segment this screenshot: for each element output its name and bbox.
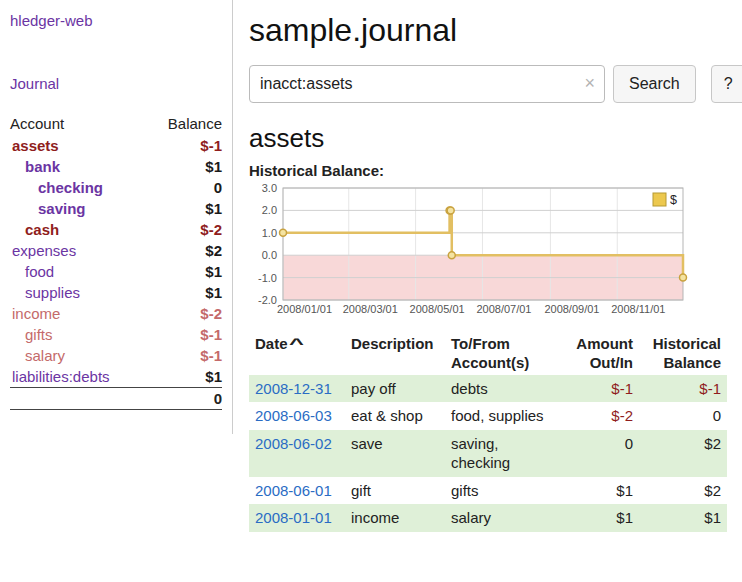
chart-point-marker [448,252,455,259]
account-link[interactable]: bank [25,158,60,175]
chart-y-tick-label: -2.0 [258,294,277,306]
account-row: food$1 [10,261,222,282]
accounts-header-row: Account Balance [10,112,222,135]
app-brand-link[interactable]: hledger-web [10,12,222,29]
account-row: expenses$2 [10,240,222,261]
register-row: 2008-12-31pay offdebts$-1$-1 [249,375,727,403]
transaction-amount: 0 [563,430,639,477]
account-balance: $-1 [147,135,222,156]
account-row: saving$1 [10,198,222,219]
account-link[interactable]: gifts [25,326,53,343]
register-header-accounts: To/From Account(s) [445,333,563,375]
transaction-balance: $-1 [639,375,727,403]
account-link[interactable]: salary [25,347,65,364]
accounts-total-row: 0 [10,388,222,410]
transaction-amount: $-2 [563,402,639,430]
register-row: 2008-06-01giftgifts$1$2 [249,477,727,505]
page-title: sample.journal [249,12,742,49]
main-content: sample.journal × Search ? assets Histori… [233,0,742,582]
account-link[interactable]: food [25,263,54,280]
account-balance: $1 [147,366,222,388]
account-row: gifts$-1 [10,324,222,345]
chart-y-tick-label: 2.0 [262,204,277,216]
transaction-balance: $2 [639,430,727,477]
register-row: 2008-06-02savesaving, checking0$2 [249,430,727,477]
account-row: checking0 [10,177,222,198]
account-link[interactable]: liabilities:debts [12,368,110,385]
search-box: × [249,65,605,103]
transaction-date-cell: 2008-06-03 [249,402,345,430]
account-link[interactable]: income [12,305,60,322]
transaction-date-cell: 2008-06-02 [249,430,345,477]
register-header-date[interactable]: Date^ [249,333,345,375]
chart-legend-swatch [653,193,666,206]
account-row: cash$-2 [10,219,222,240]
account-balance: 0 [147,177,222,198]
register-header-balance: Historical Balance [639,333,727,375]
transaction-date-cell: 2008-12-31 [249,375,345,403]
search-bar: × Search ? [249,65,742,103]
transaction-date-link[interactable]: 2008-12-31 [255,380,332,397]
register-header-row: Date^ Description To/From Account(s) Amo… [249,333,727,375]
accounts-table-body: assets$-1bank$1checking0saving$1cash$-2e… [10,135,222,388]
transaction-amount: $1 [563,477,639,505]
transaction-date-cell: 2008-06-01 [249,477,345,505]
search-input[interactable] [249,65,605,103]
transaction-accounts: gifts [445,477,563,505]
account-link[interactable]: assets [12,137,59,154]
account-row: bank$1 [10,156,222,177]
sidebar-item-journal[interactable]: Journal [10,75,222,92]
account-row: income$-2 [10,303,222,324]
transaction-date-link[interactable]: 2008-06-01 [255,482,332,499]
help-button[interactable]: ? [711,65,742,103]
account-balance: $1 [147,261,222,282]
account-balance: $-2 [147,303,222,324]
transaction-date-cell: 2008-01-01 [249,504,345,532]
transaction-balance: 0 [639,402,727,430]
register-header-amount: Amount Out/In [563,333,639,375]
chart-point-marker [280,229,287,236]
transaction-amount: $-1 [563,375,639,403]
balance-chart: 2008/01/012008/03/012008/05/012008/07/01… [249,183,713,319]
account-link[interactable]: saving [38,200,86,217]
chart-x-tick-label: 2008/05/01 [410,303,465,315]
transaction-accounts: food, supplies [445,402,563,430]
account-balance: $-2 [147,219,222,240]
register-row: 2008-01-01incomesalary$1$1 [249,504,727,532]
account-balance: $-1 [147,345,222,366]
chart-y-tick-label: 3.0 [262,183,277,194]
clear-search-icon[interactable]: × [584,73,595,94]
transaction-accounts: debts [445,375,563,403]
account-row: assets$-1 [10,135,222,156]
transaction-balance: $1 [639,504,727,532]
accounts-header-balance: Balance [147,112,222,135]
chart-x-tick-label: 2008/07/01 [476,303,531,315]
search-button[interactable]: Search [613,65,696,103]
chart-heading: Historical Balance: [249,162,742,179]
transaction-date-link[interactable]: 2008-06-03 [255,407,332,424]
transaction-description: gift [345,477,445,505]
account-link[interactable]: supplies [25,284,80,301]
account-row: salary$-1 [10,345,222,366]
sidebar: hledger-web Journal Account Balance asse… [0,0,233,434]
accounts-total-value: 0 [147,388,222,410]
account-link[interactable]: checking [38,179,103,196]
account-balance: $1 [147,198,222,219]
accounts-header-account: Account [10,112,147,135]
account-link[interactable]: cash [25,221,59,238]
transaction-balance: $2 [639,477,727,505]
account-title: assets [249,123,742,154]
transaction-date-link[interactable]: 2008-06-02 [255,435,332,452]
chart-x-tick-label: 2008/09/01 [544,303,599,315]
sort-ascending-icon: ^ [288,335,303,354]
register-table-body: 2008-12-31pay offdebts$-1$-12008-06-03ea… [249,375,727,532]
accounts-table: Account Balance assets$-1bank$1checking0… [10,112,222,410]
account-balance: $1 [147,156,222,177]
transaction-amount: $1 [563,504,639,532]
transaction-description: eat & shop [345,402,445,430]
account-row: liabilities:debts$1 [10,366,222,388]
transaction-date-link[interactable]: 2008-01-01 [255,509,332,526]
account-row: supplies$1 [10,282,222,303]
account-link[interactable]: expenses [12,242,76,259]
register-header-description: Description [345,333,445,375]
